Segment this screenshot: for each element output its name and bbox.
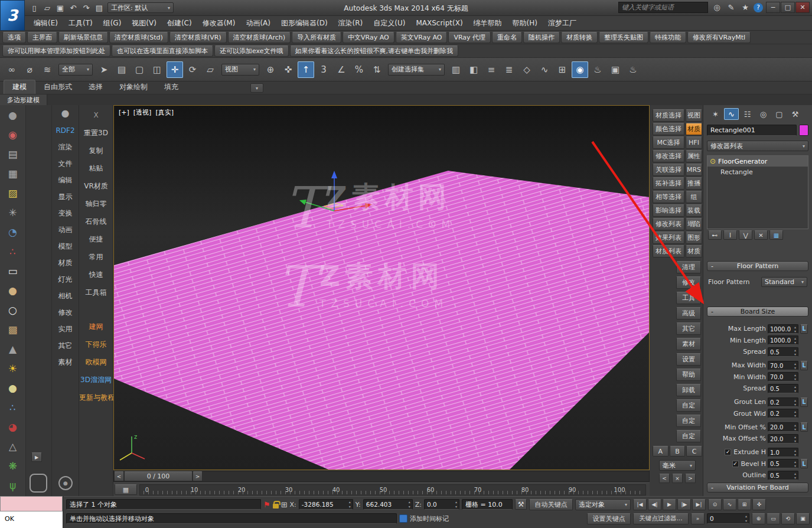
menu-maxscript[interactable]: MAXScript(X): [410, 17, 468, 30]
ribbon-subtab-polygon-modeling[interactable]: 多边形建模: [0, 94, 47, 105]
set-key-button[interactable]: 设置关键点: [587, 513, 631, 524]
zoom-extents-icon[interactable]: ⊞: [738, 499, 751, 510]
orbit-icon[interactable]: ⟲: [781, 513, 795, 524]
quick-button[interactable]: MC选择: [653, 136, 684, 149]
panel-tab-hierarchy[interactable]: ☷: [740, 108, 755, 120]
spinner-down-icon[interactable]: ▾: [793, 413, 798, 418]
script-hint-button[interactable]: 如果你看着这么长的按钮很不爽,请右键单击我并删除我: [290, 45, 459, 57]
script-button[interactable]: VRay 代理: [448, 32, 491, 43]
spinner-down-icon[interactable]: ▾: [793, 340, 798, 344]
quick-button[interactable]: MRS: [686, 164, 702, 176]
close-button[interactable]: ✕: [795, 2, 810, 13]
spinner-down-icon[interactable]: ▾: [793, 464, 798, 468]
quick-button[interactable]: 自定: [676, 415, 701, 427]
spinner-up-icon[interactable]: ▴: [793, 448, 798, 452]
tool-star-icon[interactable]: ✳: [5, 205, 21, 220]
ribbon-minimize-icon[interactable]: ▾: [250, 83, 263, 93]
script-button[interactable]: 中文VRay AO: [343, 32, 394, 43]
rendered-frame-icon[interactable]: ▣: [607, 61, 624, 78]
script-hint-button[interactable]: 还可以添加exe文件哦: [214, 45, 289, 57]
quick-button[interactable]: 修改列表: [653, 218, 684, 230]
zoom-icon[interactable]: ⊕: [752, 513, 765, 524]
tool-sun-icon[interactable]: ☀: [5, 361, 21, 376]
spinner-icons[interactable]: ▴▾: [454, 500, 459, 509]
menu-help[interactable]: 帮助(H): [507, 16, 543, 31]
current-frame-field[interactable]: 0▴▾: [707, 513, 749, 524]
snap-toggle-3d-icon[interactable]: 3: [315, 61, 332, 78]
quick-button[interactable]: HFI: [686, 136, 702, 149]
maximize-viewport-icon[interactable]: ▣: [796, 513, 810, 524]
time-slider-next-icon[interactable]: >: [193, 471, 203, 481]
app-logo-icon[interactable]: 3: [0, 0, 25, 31]
modifier-stack-row[interactable]: Rectangle: [707, 167, 808, 177]
left-panel2-item[interactable]: 工具箱: [79, 283, 113, 301]
lock-button[interactable]: L: [800, 397, 808, 407]
tool-pyramid-icon[interactable]: △: [5, 439, 21, 454]
spinner-icons[interactable]: ▴▾: [793, 409, 798, 418]
spinner-up-icon[interactable]: ▴: [793, 459, 798, 464]
layer-manager-icon[interactable]: ≣: [501, 61, 517, 78]
percent-snap-icon[interactable]: %: [351, 61, 367, 78]
abc-button[interactable]: C: [686, 446, 702, 457]
script-button[interactable]: 随机操作: [523, 32, 560, 43]
menu-customize[interactable]: 自定义(U): [368, 16, 410, 31]
floor-pattern-rollout-header[interactable]: - Floor Pattern: [707, 261, 808, 271]
x-coord-field[interactable]: -3286.185▴▾: [299, 499, 353, 510]
left-panel-item[interactable]: 相机: [52, 288, 79, 304]
new-scene-icon[interactable]: ▯: [28, 2, 40, 14]
nav-button[interactable]: ×: [672, 474, 683, 483]
track-bar[interactable]: ▦ 0102030405060708090100: [113, 483, 650, 496]
tool-pie-icon[interactable]: ◔: [5, 224, 21, 240]
quick-button[interactable]: 推播: [686, 177, 702, 190]
tool-cone-icon[interactable]: ▲: [5, 341, 21, 357]
save-file-icon[interactable]: ▣: [54, 2, 66, 14]
quick-button[interactable]: 视图: [686, 109, 702, 122]
expand-panel-button[interactable]: ▶: [31, 452, 42, 462]
infocenter-search-input[interactable]: [618, 2, 708, 13]
param-spinner[interactable]: 1.0▴▾: [768, 448, 798, 457]
spinner-down-icon[interactable]: ▾: [793, 389, 798, 393]
left-panel2-item[interactable]: VR材质: [79, 177, 113, 195]
ribbon-tab-object-paint[interactable]: 对象绘制: [111, 80, 156, 94]
panel-tab-modify[interactable]: ∿: [724, 108, 739, 120]
quick-button[interactable]: 材质: [686, 123, 702, 135]
perspective-viewport[interactable]: z [+][透视][真实] T Z素材网TZSUCAI.COM T Z素材网TZ…: [113, 105, 650, 470]
spinner-icons[interactable]: ▴▾: [793, 348, 798, 356]
quick-button[interactable]: 卸载: [676, 384, 701, 396]
project-folder-icon[interactable]: ▤: [93, 2, 105, 14]
open-file-icon[interactable]: ▱: [41, 2, 53, 14]
make-unique-icon[interactable]: ⋁: [739, 230, 752, 240]
nav-button[interactable]: <: [659, 474, 670, 483]
tool-sphere-icon[interactable]: ●: [5, 107, 21, 123]
radial-menu-icon[interactable]: ●: [58, 476, 73, 490]
timeline-ruler[interactable]: 0102030405060708090100: [139, 484, 646, 496]
left-panel2-link[interactable]: 建网: [79, 318, 113, 335]
param-spinner[interactable]: 1000.0▴▾: [768, 335, 798, 345]
play-button[interactable]: ▶: [663, 499, 676, 510]
left-panel2-item[interactable]: 便捷: [79, 230, 113, 248]
spinner-up-icon[interactable]: ▴: [793, 348, 798, 352]
quick-button[interactable]: 拓补选择: [653, 177, 684, 190]
script-button[interactable]: 整理丢失贴图: [599, 32, 648, 43]
quick-button[interactable]: 素材: [676, 338, 701, 350]
panel-tab-utilities[interactable]: ⚒: [788, 108, 803, 120]
key-selection-filter-dropdown[interactable]: 选定对象 ▾: [575, 499, 631, 510]
quick-button[interactable]: 属性: [686, 150, 702, 162]
left-panel-item-rdf2[interactable]: RDF2: [52, 122, 79, 139]
left-panel-item[interactable]: 模型: [52, 238, 79, 255]
spinner-down-icon[interactable]: ▾: [793, 439, 798, 443]
script-hint-button[interactable]: 也可以在选项里面直接添加脚本: [112, 45, 213, 57]
render-production-icon[interactable]: ♨: [625, 61, 641, 78]
material-editor-icon[interactable]: ◉: [572, 61, 588, 78]
quick-button[interactable]: 帮助: [676, 369, 701, 381]
spinner-icons[interactable]: ▴▾: [793, 336, 798, 344]
quick-button[interactable]: 材质列表: [653, 245, 684, 258]
param-spinner[interactable]: 0.2▴▾: [768, 409, 798, 418]
remove-modifier-icon[interactable]: ✕: [754, 230, 768, 240]
y-coord-field[interactable]: 662.403▴▾: [363, 499, 413, 510]
param-spinner[interactable]: 70.0▴▾: [768, 361, 798, 370]
modifier-list-dropdown[interactable]: 修改器列表 ▾: [707, 141, 808, 151]
nav-button[interactable]: >: [685, 474, 696, 483]
spinner-icons[interactable]: ▴▾: [347, 500, 353, 509]
auto-key-button[interactable]: 自动关键点: [529, 499, 573, 510]
